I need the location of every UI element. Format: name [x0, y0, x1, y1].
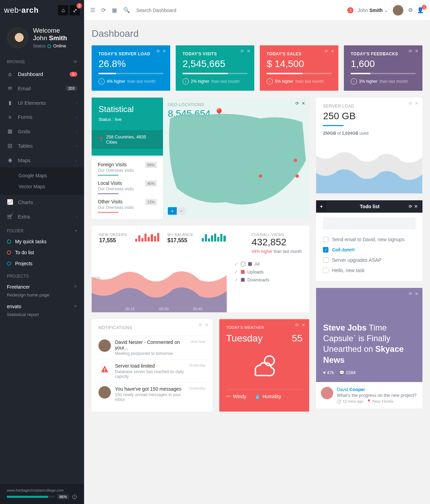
commenter-avatar[interactable]: [321, 387, 333, 399]
chevron-right-icon: ›: [76, 115, 77, 119]
menu-icon[interactable]: ☰: [90, 7, 95, 13]
nav-maps[interactable]: ◉Maps⌄: [0, 153, 84, 167]
nav-ui[interactable]: ▮UI Elements›: [0, 96, 84, 110]
legend-downloads[interactable]: ✓Downloads: [234, 277, 302, 282]
close-icon[interactable]: ✕: [205, 323, 208, 327]
folder-quick[interactable]: My quick tasks: [0, 236, 84, 247]
chevron-right-icon: ›: [76, 144, 77, 148]
content: Dashboard ⟳✕ TODAY'S SERVER LOAD 26.8% ↑…: [84, 21, 430, 504]
profile-avatar[interactable]: [7, 27, 28, 48]
topbar: ☰ ⟳ ▦ 🔍 3 John Smith ⌄ ⚙ 👤1: [84, 0, 430, 21]
close-icon[interactable]: ✕: [415, 291, 418, 296]
legend-uploads[interactable]: ✓Uploads: [234, 269, 302, 275]
drop-icon: 💧: [255, 394, 260, 399]
folder-todo[interactable]: To do list: [0, 247, 84, 258]
my-balance: MY BALANCE $17,555: [167, 233, 194, 254]
project-envato[interactable]: envato✕: [0, 301, 84, 312]
notif-title: NOTIFICATIONS: [98, 325, 206, 330]
refresh-icon[interactable]: ⟳: [409, 204, 412, 209]
checkbox[interactable]: [323, 257, 328, 263]
status-dot-icon: [47, 44, 51, 48]
windy: 〰Windy: [226, 394, 246, 399]
zoom-in-button[interactable]: +: [168, 207, 177, 215]
notifications-card: ⟳✕ NOTIFICATIONS David Nester - Commente…: [92, 319, 212, 412]
close-icon[interactable]: ✕: [414, 204, 418, 209]
todo-add-button[interactable]: +: [316, 201, 326, 212]
gear-icon[interactable]: ⚙: [408, 7, 413, 13]
statistical-status: Status : live: [98, 117, 156, 122]
sidebar-footer: www.heritagechristiancollege.com 86% ⏻: [0, 484, 84, 504]
nav-forms[interactable]: ≡Forms›: [0, 110, 84, 124]
new-orders: NEW ORDERS 17,555: [99, 233, 127, 254]
todo-item-3[interactable]: Server upgrades ASAP: [323, 255, 416, 265]
todo-item-2[interactable]: ✓Call Jane!!: [323, 245, 416, 255]
news-card: ⟳✕ Steve Jobs Time Capsule` is Finally U…: [316, 288, 422, 408]
project-freelancer-sub: Redesign home page: [0, 292, 84, 301]
home-icon[interactable]: ⌂: [58, 5, 68, 15]
circle-red-icon: [7, 250, 11, 255]
folder-projects[interactable]: Projects: [0, 258, 84, 269]
nav-extra[interactable]: 🛒Extra›: [0, 209, 84, 224]
project-freelancer[interactable]: Freelancer✕: [0, 281, 84, 292]
checkbox[interactable]: [323, 268, 328, 273]
refresh-icon[interactable]: ⟳: [199, 323, 202, 327]
countries-bar: 📍258 Countries, 4835 Cities: [92, 130, 163, 149]
news-headline[interactable]: Steve Jobs Time Capsule` is Finally Unea…: [323, 322, 416, 365]
checkbox-checked[interactable]: ✓: [323, 247, 328, 253]
search-input[interactable]: [136, 8, 341, 13]
clock-icon: 🕐 12 mins ago: [337, 399, 363, 404]
arrow-up-icon: ↑: [98, 78, 105, 85]
todo-header: + Todo list ⟳✕: [316, 200, 422, 213]
power-icon[interactable]: ⏻: [72, 494, 77, 500]
chart-icon: 📈: [7, 199, 13, 205]
checkbox[interactable]: [323, 237, 328, 242]
weather-icon: [226, 352, 303, 381]
todo-input[interactable]: [323, 217, 416, 229]
svg-point-0: [259, 174, 262, 178]
nav-tables[interactable]: ▤Tables›: [0, 138, 84, 153]
notif-3[interactable]: You have've got 150 messages150 newly un…: [98, 382, 206, 405]
subnav-google-maps[interactable]: Google Maps: [0, 170, 84, 181]
topbar-avatar[interactable]: [392, 4, 404, 16]
pin-icon: 📍: [98, 137, 104, 142]
refresh-icon[interactable]: ⟳: [409, 101, 412, 106]
project-envato-sub: Statistical report: [0, 312, 84, 321]
topbar-username[interactable]: John Smith ⌄: [358, 8, 388, 13]
orders-sparkline: [135, 233, 159, 242]
legend-all[interactable]: ✓All: [234, 261, 302, 267]
visit-other: Other VisitsOur Overseas visits 12%: [98, 199, 157, 213]
bookmark-icon: ▮: [7, 100, 13, 106]
chevron-right-icon: ›: [76, 214, 77, 219]
close-icon[interactable]: ✕: [74, 304, 77, 309]
close-icon[interactable]: ✕: [74, 284, 77, 290]
reload-icon[interactable]: ⟳: [101, 7, 106, 13]
refresh-icon[interactable]: ⟳: [74, 59, 77, 64]
close-icon[interactable]: ✕: [415, 101, 418, 106]
refresh-icon[interactable]: ⟳: [409, 291, 412, 296]
arrow-up-icon: ↑: [351, 78, 357, 85]
profile-status: Status Online: [33, 43, 77, 48]
main: ☰ ⟳ ▦ 🔍 3 John Smith ⌄ ⚙ 👤1 Dashboard ⟳✕…: [84, 0, 430, 504]
todo-item-4[interactable]: Hello, new task: [323, 265, 416, 276]
subnav-vector-maps[interactable]: Vector Maps: [0, 181, 84, 192]
zoom-out-button[interactable]: −: [177, 207, 186, 215]
user-icon[interactable]: 👤1: [417, 7, 424, 13]
plus-icon[interactable]: +: [75, 228, 77, 233]
todo-item-1[interactable]: Send email to David, new signups: [323, 234, 416, 245]
chart-legend: ✓All ✓Uploads ✓Downloads: [227, 257, 310, 312]
folder-heading: FOLDER+: [0, 224, 84, 236]
nav-charts[interactable]: 📈Charts: [0, 195, 84, 209]
commenter-name[interactable]: David Cooper: [337, 387, 418, 392]
notif-1[interactable]: David Nester - Commented on your...Meeti…: [98, 336, 206, 359]
nav-dashboard[interactable]: ⌂Dashboard5: [0, 67, 84, 81]
notif-2[interactable]: Server load limitedDatabase server has r…: [98, 359, 206, 382]
nav-grids[interactable]: ▦Grids›: [0, 124, 84, 138]
apps-icon[interactable]: ▦: [112, 7, 117, 13]
expand-badge: 2: [77, 3, 82, 9]
expand-icon[interactable]: ⤢2: [70, 5, 80, 15]
map[interactable]: ⟳✕ GEO-LOCATIONS 8,545,654 📍 + −: [163, 98, 309, 219]
avatar-icon: [98, 339, 111, 352]
nav-email[interactable]: ✉Email203: [0, 81, 84, 96]
humidity: 💧Humidity: [255, 394, 281, 399]
server-card: ⟳✕ SERVER LOAD 250 GB 250GB of 1,024GB u…: [316, 98, 422, 193]
